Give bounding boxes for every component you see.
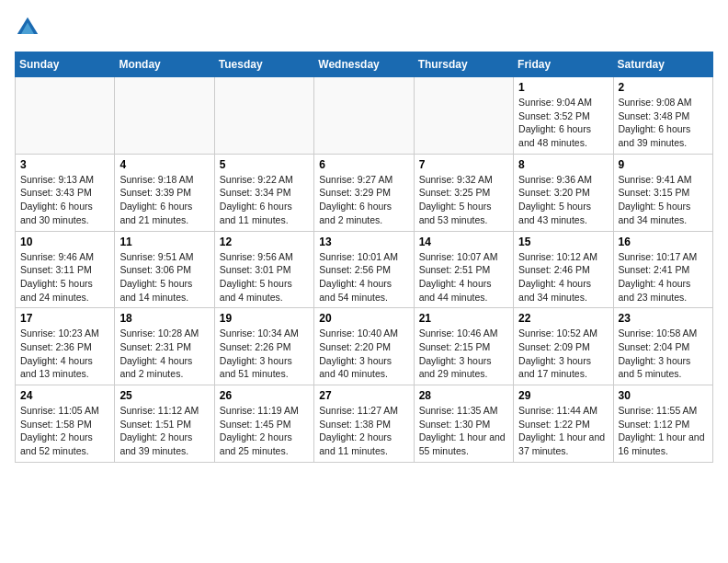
column-header-wednesday: Wednesday [314, 52, 414, 77]
day-number: 11 [119, 236, 209, 248]
calendar-cell [16, 77, 115, 155]
day-info: Sunrise: 9:46 AM Sunset: 3:11 PM Dayligh… [20, 250, 109, 304]
calendar-cell: 27Sunrise: 11:27 AM Sunset: 1:38 PM Dayl… [314, 385, 414, 463]
day-number: 6 [319, 158, 408, 171]
calendar-cell: 5Sunrise: 9:22 AM Sunset: 3:34 PM Daylig… [214, 154, 313, 231]
day-info: Sunrise: 9:22 AM Sunset: 3:34 PM Dayligh… [220, 173, 309, 227]
day-number: 14 [419, 236, 508, 248]
day-info: Sunrise: 11:35 AM Sunset: 1:30 PM Daylig… [419, 404, 508, 458]
day-number: 15 [518, 236, 608, 248]
calendar-cell: 3Sunrise: 9:13 AM Sunset: 3:43 PM Daylig… [16, 154, 115, 231]
calendar-cell: 7Sunrise: 9:32 AM Sunset: 3:25 PM Daylig… [414, 154, 513, 231]
day-number: 2 [619, 81, 708, 94]
day-number: 3 [20, 158, 109, 171]
day-number: 18 [119, 312, 209, 325]
calendar-cell: 23Sunrise: 10:58 AM Sunset: 2:04 PM Dayl… [613, 308, 712, 385]
day-info: Sunrise: 9:51 AM Sunset: 3:06 PM Dayligh… [119, 250, 209, 304]
day-info: Sunrise: 9:18 AM Sunset: 3:39 PM Dayligh… [119, 173, 209, 227]
calendar-cell: 19Sunrise: 10:34 AM Sunset: 2:26 PM Dayl… [214, 308, 313, 385]
calendar-week-row: 1Sunrise: 9:04 AM Sunset: 3:52 PM Daylig… [16, 77, 713, 155]
day-number: 27 [319, 389, 408, 402]
calendar-cell: 1Sunrise: 9:04 AM Sunset: 3:52 PM Daylig… [514, 77, 613, 155]
calendar-cell: 28Sunrise: 11:35 AM Sunset: 1:30 PM Dayl… [414, 385, 513, 463]
day-info: Sunrise: 10:12 AM Sunset: 2:46 PM Daylig… [518, 250, 608, 304]
day-info: Sunrise: 10:52 AM Sunset: 2:09 PM Daylig… [518, 327, 608, 381]
column-header-tuesday: Tuesday [214, 52, 313, 77]
calendar-week-row: 3Sunrise: 9:13 AM Sunset: 3:43 PM Daylig… [16, 154, 713, 231]
day-info: Sunrise: 11:55 AM Sunset: 1:12 PM Daylig… [619, 404, 708, 458]
day-number: 25 [119, 389, 209, 402]
calendar-cell: 6Sunrise: 9:27 AM Sunset: 3:29 PM Daylig… [314, 154, 414, 231]
calendar-cell: 15Sunrise: 10:12 AM Sunset: 2:46 PM Dayl… [514, 231, 613, 308]
day-info: Sunrise: 10:34 AM Sunset: 2:26 PM Daylig… [220, 327, 309, 381]
day-info: Sunrise: 9:36 AM Sunset: 3:20 PM Dayligh… [518, 173, 608, 227]
day-number: 9 [619, 158, 708, 171]
calendar-cell: 14Sunrise: 10:07 AM Sunset: 2:51 PM Dayl… [414, 231, 513, 308]
day-info: Sunrise: 10:40 AM Sunset: 2:20 PM Daylig… [319, 327, 408, 381]
day-info: Sunrise: 11:27 AM Sunset: 1:38 PM Daylig… [319, 404, 408, 458]
day-number: 24 [20, 389, 109, 402]
page-header [15, 15, 713, 40]
day-number: 19 [220, 312, 309, 325]
calendar-cell: 18Sunrise: 10:28 AM Sunset: 2:31 PM Dayl… [115, 308, 214, 385]
calendar-week-row: 10Sunrise: 9:46 AM Sunset: 3:11 PM Dayli… [16, 231, 713, 308]
calendar-cell: 20Sunrise: 10:40 AM Sunset: 2:20 PM Dayl… [314, 308, 414, 385]
calendar-cell: 21Sunrise: 10:46 AM Sunset: 2:15 PM Dayl… [414, 308, 513, 385]
day-info: Sunrise: 9:41 AM Sunset: 3:15 PM Dayligh… [619, 173, 708, 227]
day-number: 21 [419, 312, 508, 325]
logo [15, 15, 44, 40]
day-info: Sunrise: 10:46 AM Sunset: 2:15 PM Daylig… [419, 327, 508, 381]
calendar-cell [214, 77, 313, 155]
day-number: 7 [419, 158, 508, 171]
day-info: Sunrise: 10:17 AM Sunset: 2:41 PM Daylig… [619, 250, 708, 304]
day-info: Sunrise: 10:01 AM Sunset: 2:56 PM Daylig… [319, 250, 408, 304]
day-number: 17 [20, 312, 109, 325]
day-number: 4 [119, 158, 209, 171]
calendar-cell: 30Sunrise: 11:55 AM Sunset: 1:12 PM Dayl… [613, 385, 712, 463]
day-info: Sunrise: 10:58 AM Sunset: 2:04 PM Daylig… [619, 327, 708, 381]
day-info: Sunrise: 10:23 AM Sunset: 2:36 PM Daylig… [20, 327, 109, 381]
day-info: Sunrise: 10:07 AM Sunset: 2:51 PM Daylig… [419, 250, 508, 304]
day-info: Sunrise: 10:28 AM Sunset: 2:31 PM Daylig… [119, 327, 209, 381]
calendar-cell: 2Sunrise: 9:08 AM Sunset: 3:48 PM Daylig… [613, 77, 712, 155]
day-info: Sunrise: 9:27 AM Sunset: 3:29 PM Dayligh… [319, 173, 408, 227]
calendar-cell: 12Sunrise: 9:56 AM Sunset: 3:01 PM Dayli… [214, 231, 313, 308]
day-number: 26 [220, 389, 309, 402]
calendar-week-row: 24Sunrise: 11:05 AM Sunset: 1:58 PM Dayl… [16, 385, 713, 463]
calendar-week-row: 17Sunrise: 10:23 AM Sunset: 2:36 PM Dayl… [16, 308, 713, 385]
day-number: 30 [619, 389, 708, 402]
day-number: 16 [619, 236, 708, 248]
column-header-friday: Friday [514, 52, 613, 77]
logo-icon [15, 15, 40, 40]
day-info: Sunrise: 11:19 AM Sunset: 1:45 PM Daylig… [220, 404, 309, 458]
calendar-cell: 26Sunrise: 11:19 AM Sunset: 1:45 PM Dayl… [214, 385, 313, 463]
day-number: 10 [20, 236, 109, 248]
day-number: 13 [319, 236, 408, 248]
calendar-cell: 25Sunrise: 11:12 AM Sunset: 1:51 PM Dayl… [115, 385, 214, 463]
calendar-table: SundayMondayTuesdayWednesdayThursdayFrid… [15, 52, 713, 463]
day-number: 5 [220, 158, 309, 171]
calendar-cell [115, 77, 214, 155]
day-info: Sunrise: 9:32 AM Sunset: 3:25 PM Dayligh… [419, 173, 508, 227]
calendar-cell [314, 77, 414, 155]
calendar-cell: 17Sunrise: 10:23 AM Sunset: 2:36 PM Dayl… [16, 308, 115, 385]
day-info: Sunrise: 11:12 AM Sunset: 1:51 PM Daylig… [119, 404, 209, 458]
calendar-cell: 16Sunrise: 10:17 AM Sunset: 2:41 PM Dayl… [613, 231, 712, 308]
calendar-cell: 10Sunrise: 9:46 AM Sunset: 3:11 PM Dayli… [16, 231, 115, 308]
day-number: 12 [220, 236, 309, 248]
day-number: 1 [518, 81, 608, 94]
day-number: 20 [319, 312, 408, 325]
day-number: 22 [518, 312, 608, 325]
calendar-header-row: SundayMondayTuesdayWednesdayThursdayFrid… [16, 52, 713, 77]
calendar-cell [414, 77, 513, 155]
calendar-cell: 22Sunrise: 10:52 AM Sunset: 2:09 PM Dayl… [514, 308, 613, 385]
day-info: Sunrise: 11:05 AM Sunset: 1:58 PM Daylig… [20, 404, 109, 458]
calendar-cell: 8Sunrise: 9:36 AM Sunset: 3:20 PM Daylig… [514, 154, 613, 231]
day-info: Sunrise: 9:13 AM Sunset: 3:43 PM Dayligh… [20, 173, 109, 227]
calendar-cell: 24Sunrise: 11:05 AM Sunset: 1:58 PM Dayl… [16, 385, 115, 463]
day-info: Sunrise: 9:56 AM Sunset: 3:01 PM Dayligh… [220, 250, 309, 304]
calendar-cell: 11Sunrise: 9:51 AM Sunset: 3:06 PM Dayli… [115, 231, 214, 308]
column-header-thursday: Thursday [414, 52, 513, 77]
day-number: 28 [419, 389, 508, 402]
calendar-cell: 9Sunrise: 9:41 AM Sunset: 3:15 PM Daylig… [613, 154, 712, 231]
